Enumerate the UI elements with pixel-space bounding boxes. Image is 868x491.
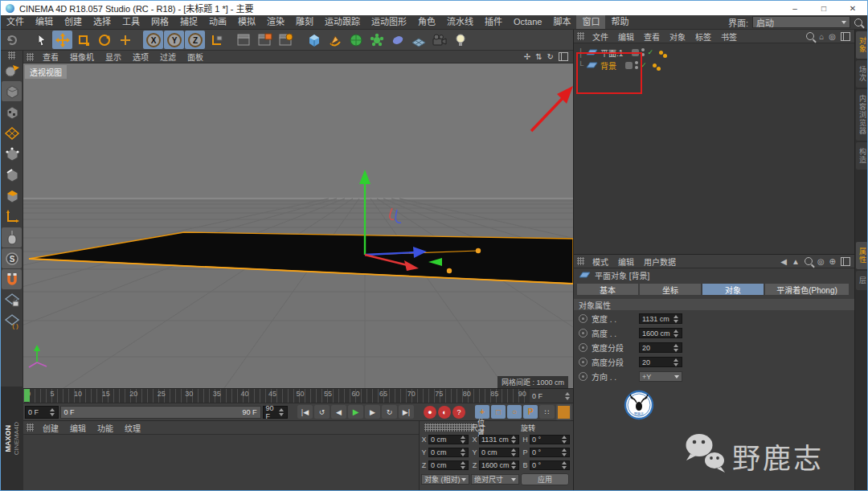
om-menu-bookmarks[interactable]: 书签	[716, 31, 742, 43]
material-grip-icon[interactable]	[27, 423, 34, 432]
current-frame-field[interactable]: 0 F	[25, 406, 59, 419]
ruler-frame-field[interactable]: 0 F	[530, 388, 573, 403]
render-picture-viewer-icon[interactable]	[255, 31, 275, 49]
snap-magnet-icon[interactable]	[2, 269, 22, 289]
lock-x-axis-icon[interactable]: X	[143, 31, 163, 49]
menu-pipeline[interactable]: 流水线	[441, 15, 479, 29]
om-menu-file[interactable]: 文件	[588, 31, 613, 43]
points-mode-icon[interactable]	[2, 144, 22, 164]
goto-start-button[interactable]: |◀	[297, 405, 313, 419]
om-menu-view[interactable]: 查看	[639, 31, 665, 43]
add-primitive-cube-icon[interactable]	[304, 31, 324, 49]
next-frame-button[interactable]: ▶	[365, 405, 380, 419]
size-y-field[interactable]: 0 cm	[479, 448, 519, 457]
rotation-b-field[interactable]: 0 °	[530, 460, 570, 470]
tab-content-browser-vertical[interactable]: 内容浏览器	[856, 89, 868, 141]
viewport-menu-panel[interactable]: 面板	[182, 51, 209, 63]
enabled-check-icon[interactable]: ✓	[647, 48, 653, 56]
close-button[interactable]: ✕	[838, 1, 867, 15]
menu-motion-tracker[interactable]: 运动跟踪	[319, 15, 366, 29]
minimize-button[interactable]: –	[780, 1, 809, 15]
key-pla-toggle[interactable]: ∷	[539, 405, 555, 419]
height-segments-field[interactable]: 20	[639, 357, 682, 367]
lock-y-axis-icon[interactable]: Y	[164, 31, 184, 49]
size-z-field[interactable]: 1600 cm	[479, 460, 519, 470]
palette-grip-icon[interactable]	[8, 51, 15, 59]
key-parameter-toggle[interactable]: P	[523, 405, 538, 419]
menu-script[interactable]: 脚本	[547, 15, 576, 29]
move-tool-icon[interactable]	[52, 31, 72, 49]
texture-mode-icon[interactable]	[2, 102, 22, 122]
viewport-zoom-icon[interactable]: ⇅	[535, 52, 542, 61]
am-menu-mode[interactable]: 模式	[588, 256, 613, 268]
om-panel-icon[interactable]	[841, 32, 850, 41]
timeline-playhead[interactable]	[24, 389, 30, 402]
coords-grip-icon[interactable]	[424, 423, 474, 432]
plane-width-handle[interactable]	[476, 248, 481, 253]
undo-icon[interactable]	[3, 31, 23, 49]
add-environment-floor-icon[interactable]	[408, 31, 428, 49]
am-search-icon[interactable]	[805, 257, 813, 265]
search-icon[interactable]	[854, 18, 862, 27]
viewport-menu-display[interactable]: 显示	[100, 51, 127, 63]
am-grip-icon[interactable]	[577, 257, 584, 265]
am-menu-edit[interactable]: 编辑	[613, 256, 639, 268]
live-selection-icon[interactable]	[31, 31, 51, 49]
menu-file[interactable]: 文件	[1, 15, 30, 29]
stepper-icon[interactable]	[279, 408, 285, 416]
render-settings-icon[interactable]	[276, 31, 296, 49]
material-menu-texture[interactable]: 纹理	[119, 422, 146, 434]
coords-mode-dropdown[interactable]: 对象 (相对)	[421, 474, 469, 485]
viewport-menu-view[interactable]: 查看	[37, 51, 64, 63]
material-menu-function[interactable]: 功能	[92, 422, 119, 434]
width-field[interactable]: 1131 cm	[639, 313, 682, 324]
menu-character[interactable]: 角色	[412, 15, 441, 29]
menu-octane[interactable]: Octane	[508, 15, 547, 29]
viewport-canvas[interactable]	[23, 63, 573, 388]
tab-phong[interactable]: 平滑着色(Phong)	[765, 284, 849, 295]
add-deformer-icon[interactable]	[387, 31, 407, 49]
position-z-field[interactable]: 0 cm	[428, 460, 469, 470]
menu-sculpt[interactable]: 雕刻	[290, 15, 319, 29]
add-generator-icon[interactable]	[366, 31, 387, 49]
coordinate-system-icon[interactable]	[206, 31, 226, 49]
stepper-icon[interactable]	[50, 408, 55, 416]
timeline-ruler[interactable]: 05 1015 2025 3035 4045 5055 6065 7075 80…	[23, 388, 530, 403]
edges-mode-icon[interactable]	[2, 165, 22, 185]
previous-frame-button[interactable]: ◀	[331, 405, 346, 419]
coords-size-dropdown[interactable]: 绝对尺寸	[471, 474, 519, 485]
viewport-rotate-icon[interactable]: ↻	[547, 52, 554, 61]
menu-animate[interactable]: 动画	[203, 15, 232, 29]
size-x-field[interactable]: 1131 cm	[479, 435, 519, 444]
timeline-editor-icon[interactable]	[556, 404, 571, 420]
view-label[interactable]: 透视视图	[25, 65, 67, 79]
polygons-mode-icon[interactable]	[2, 186, 22, 206]
om-grip-icon[interactable]	[577, 32, 584, 40]
menu-create[interactable]: 创建	[59, 15, 88, 29]
history-up-icon[interactable]: ▲	[792, 257, 800, 266]
key-dot-icon[interactable]	[579, 343, 588, 352]
tab-objects-vertical[interactable]: 对象	[856, 31, 868, 59]
stepper-icon[interactable]	[565, 392, 571, 400]
tab-takes-vertical[interactable]: 场次	[856, 60, 868, 88]
soft-selection-icon[interactable]: S	[2, 248, 22, 268]
viewport-pan-icon[interactable]: ✢	[524, 52, 530, 61]
last-tool-icon[interactable]	[115, 31, 135, 49]
key-dot-icon[interactable]	[579, 358, 588, 366]
viewport-toggle-views-icon[interactable]	[559, 52, 568, 61]
tab-object[interactable]: 对象	[702, 284, 764, 295]
add-subdivision-surface-icon[interactable]	[346, 31, 366, 49]
make-editable-icon[interactable]	[2, 60, 22, 80]
key-dot-icon[interactable]	[579, 372, 588, 381]
om-menu-tags[interactable]: 标签	[690, 31, 716, 43]
key-dot-icon[interactable]	[579, 314, 588, 323]
add-light-icon[interactable]	[450, 31, 470, 49]
key-dot-icon[interactable]	[579, 329, 588, 338]
position-y-field[interactable]: 0 cm	[428, 448, 469, 457]
interface-dropdown[interactable]: 启动	[752, 16, 850, 28]
am-menu-userdata[interactable]: 用户数据	[639, 256, 681, 268]
height-field[interactable]: 1600 cm	[639, 328, 682, 338]
menu-mograph[interactable]: 运动图形	[366, 15, 412, 29]
tab-coordinates[interactable]: 坐标	[640, 284, 701, 295]
end-frame-field[interactable]: 90 F	[263, 406, 288, 419]
